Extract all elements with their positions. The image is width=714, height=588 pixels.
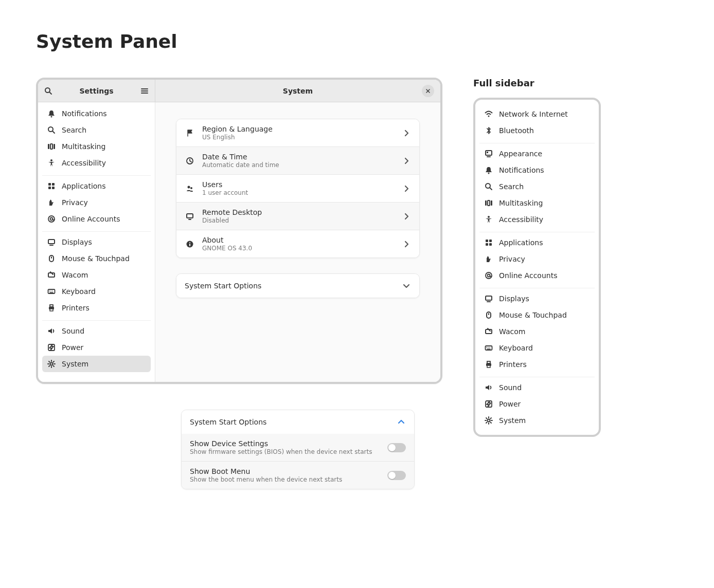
chevron-right-icon bbox=[402, 156, 411, 166]
fs-item-label: Wacom bbox=[499, 327, 525, 336]
fs-item-online-accounts[interactable]: Online Accounts bbox=[479, 267, 595, 284]
hand-icon bbox=[47, 198, 56, 207]
start-options-expander[interactable]: System Start Options bbox=[176, 274, 419, 298]
start-options-expander-open[interactable]: System Start Options bbox=[182, 410, 414, 434]
row-title: Remote Desktop bbox=[202, 208, 402, 216]
chevron-right-icon bbox=[402, 184, 411, 193]
fs-item-bluetooth[interactable]: Bluetooth bbox=[479, 122, 595, 139]
fs-item-label: Displays bbox=[499, 295, 529, 303]
fs-item-label: Keyboard bbox=[499, 344, 533, 352]
chevron-up-icon bbox=[397, 417, 406, 427]
multitask-icon bbox=[47, 142, 56, 151]
sidebar-item-mouse-touchpad[interactable]: Mouse & Touchpad bbox=[42, 250, 151, 267]
sidebar-item-multitasking[interactable]: Multitasking bbox=[42, 138, 151, 155]
wacom-icon bbox=[47, 271, 56, 279]
fs-item-wacom[interactable]: Wacom bbox=[479, 323, 595, 340]
fs-item-label: Privacy bbox=[499, 255, 525, 263]
at-icon bbox=[485, 271, 493, 280]
sidebar-item-online-accounts[interactable]: Online Accounts bbox=[42, 211, 151, 227]
search-icon bbox=[47, 126, 56, 134]
sidebar-item-label: Mouse & Touchpad bbox=[62, 254, 130, 263]
mouse-icon bbox=[47, 254, 56, 263]
fs-item-label: Mouse & Touchpad bbox=[499, 311, 567, 319]
toggle-switch[interactable] bbox=[387, 471, 406, 480]
system-row-date-time[interactable]: Date & Time Automatic date and time bbox=[176, 146, 419, 174]
sidebar-item-label: Online Accounts bbox=[62, 215, 120, 223]
sidebar-item-label: Printers bbox=[62, 304, 90, 312]
search-icon bbox=[44, 87, 52, 95]
fs-item-sound[interactable]: Sound bbox=[479, 379, 595, 396]
sidebar-item-label: Multitasking bbox=[62, 142, 105, 151]
sidebar-item-printers[interactable]: Printers bbox=[42, 300, 151, 316]
fs-item-printers[interactable]: Printers bbox=[479, 356, 595, 373]
power-icon bbox=[485, 400, 493, 408]
sidebar-item-accessibility[interactable]: Accessibility bbox=[42, 155, 151, 171]
gear-icon bbox=[485, 416, 493, 425]
wacom-icon bbox=[485, 327, 493, 336]
system-row-users[interactable]: Users 1 user account bbox=[176, 174, 419, 202]
full-sidebar: Network & InternetBluetoothAppearanceNot… bbox=[473, 98, 601, 437]
sidebar-item-displays[interactable]: Displays bbox=[42, 234, 151, 250]
system-row-region-language[interactable]: Region & Language US English bbox=[176, 119, 419, 146]
sidebar-item-applications[interactable]: Applications bbox=[42, 178, 151, 194]
close-button[interactable] bbox=[422, 85, 434, 97]
menu-button[interactable] bbox=[134, 80, 155, 102]
apps-icon bbox=[47, 182, 56, 190]
sidebar-item-label: Notifications bbox=[62, 109, 107, 118]
sidebar-item-wacom[interactable]: Wacom bbox=[42, 267, 151, 283]
close-icon bbox=[425, 88, 431, 94]
fs-item-multitasking[interactable]: Multitasking bbox=[479, 195, 595, 211]
sound-icon bbox=[47, 327, 56, 335]
fs-item-privacy[interactable]: Privacy bbox=[479, 251, 595, 267]
content-area: Region & Language US English Date & Time… bbox=[155, 102, 440, 382]
fs-item-applications[interactable]: Applications bbox=[479, 234, 595, 251]
printer-icon bbox=[47, 304, 56, 312]
fs-item-appearance[interactable]: Appearance bbox=[479, 145, 595, 162]
system-row-about[interactable]: About GNOME OS 43.0 bbox=[176, 230, 419, 258]
row-title: Region & Language bbox=[202, 125, 402, 133]
sidebar-item-keyboard[interactable]: Keyboard bbox=[42, 283, 151, 300]
sidebar-item-label: Displays bbox=[62, 238, 92, 246]
start-option-show-boot-menu: Show Boot Menu Show the boot menu when t… bbox=[182, 461, 414, 489]
sidebar-item-power[interactable]: Power bbox=[42, 339, 151, 356]
fs-item-system[interactable]: System bbox=[479, 412, 595, 429]
printer-icon bbox=[485, 360, 493, 369]
sound-icon bbox=[485, 383, 493, 392]
clock-icon bbox=[185, 156, 195, 166]
start-options-title: System Start Options bbox=[185, 282, 402, 290]
toggle-switch[interactable] bbox=[387, 443, 406, 452]
sidebar-item-search[interactable]: Search bbox=[42, 122, 151, 138]
sidebar-item-label: Search bbox=[62, 126, 86, 134]
full-sidebar-heading: Full sidebar bbox=[473, 78, 601, 88]
flag-icon bbox=[185, 128, 195, 138]
sidebar-item-privacy[interactable]: Privacy bbox=[42, 194, 151, 211]
fs-item-keyboard[interactable]: Keyboard bbox=[479, 340, 595, 356]
fs-item-search[interactable]: Search bbox=[479, 178, 595, 195]
sidebar-item-label: Privacy bbox=[62, 198, 88, 207]
system-row-remote-desktop[interactable]: Remote Desktop Disabled bbox=[176, 202, 419, 230]
window-header: Settings System bbox=[38, 80, 440, 102]
fs-item-network-internet[interactable]: Network & Internet bbox=[479, 106, 595, 122]
search-button[interactable] bbox=[38, 80, 59, 102]
fs-item-label: Network & Internet bbox=[499, 110, 568, 118]
fs-item-displays[interactable]: Displays bbox=[479, 290, 595, 307]
fs-item-mouse-touchpad[interactable]: Mouse & Touchpad bbox=[479, 307, 595, 323]
chevron-right-icon bbox=[402, 128, 411, 138]
apps-icon bbox=[485, 238, 493, 247]
fs-item-label: Accessibility bbox=[499, 215, 543, 224]
chevron-right-icon bbox=[402, 240, 411, 249]
sidebar-item-notifications[interactable]: Notifications bbox=[42, 105, 151, 122]
bluetooth-icon bbox=[485, 126, 493, 135]
fs-item-notifications[interactable]: Notifications bbox=[479, 162, 595, 178]
row-title: Users bbox=[202, 180, 402, 189]
sidebar: AppearanceNotificationsSearchMultitaskin… bbox=[38, 102, 155, 382]
sidebar-item-label: System bbox=[62, 360, 88, 368]
row-subtitle: 1 user account bbox=[202, 189, 402, 196]
sidebar-item-system[interactable]: System bbox=[42, 356, 151, 372]
start-options-collapsed: System Start Options bbox=[176, 273, 420, 298]
fs-item-power[interactable]: Power bbox=[479, 396, 595, 412]
row-title: Show Boot Menu bbox=[190, 467, 387, 475]
sidebar-item-sound[interactable]: Sound bbox=[42, 323, 151, 339]
fs-item-accessibility[interactable]: Accessibility bbox=[479, 211, 595, 228]
remote-icon bbox=[185, 211, 195, 222]
